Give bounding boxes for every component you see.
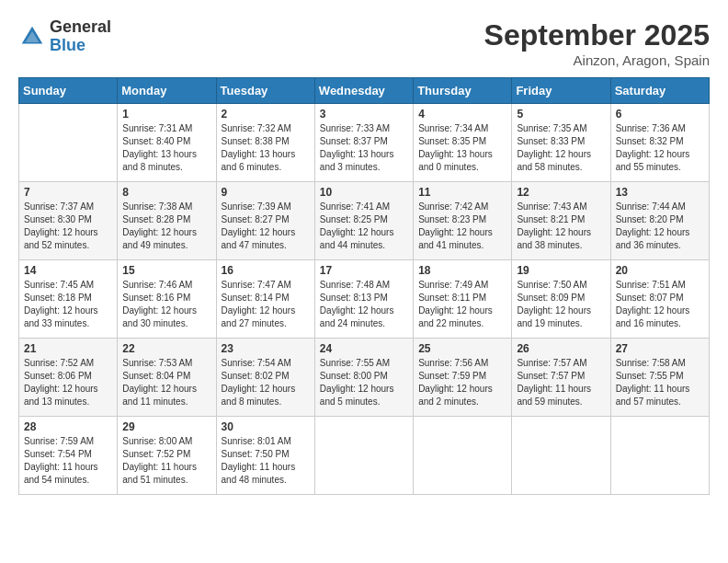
calendar-cell: 19Sunrise: 7:50 AM Sunset: 8:09 PM Dayli…: [512, 260, 610, 339]
day-number: 27: [616, 342, 704, 355]
calendar-cell: 2Sunrise: 7:32 AM Sunset: 8:38 PM Daylig…: [216, 104, 314, 182]
day-info: Sunrise: 7:38 AM Sunset: 8:28 PM Dayligh…: [122, 201, 210, 252]
day-number: 29: [122, 420, 210, 433]
day-info: Sunrise: 7:37 AM Sunset: 8:30 PM Dayligh…: [24, 201, 112, 252]
day-number: 6: [616, 108, 704, 121]
calendar-cell: 17Sunrise: 7:48 AM Sunset: 8:13 PM Dayli…: [314, 260, 413, 339]
day-info: Sunrise: 7:34 AM Sunset: 8:35 PM Dayligh…: [418, 122, 506, 174]
day-info: Sunrise: 7:44 AM Sunset: 8:20 PM Dayligh…: [616, 201, 704, 252]
calendar-header-monday: Monday: [118, 78, 216, 104]
calendar-header-saturday: Saturday: [610, 78, 709, 104]
page-header: General Blue September 2025 Ainzon, Arag…: [18, 18, 710, 68]
day-info: Sunrise: 7:32 AM Sunset: 8:38 PM Dayligh…: [222, 122, 310, 174]
logo-blue: Blue: [50, 37, 111, 55]
calendar-header-friday: Friday: [512, 78, 610, 104]
calendar-cell: 5Sunrise: 7:35 AM Sunset: 8:33 PM Daylig…: [512, 104, 610, 182]
calendar-cell: 29Sunrise: 8:00 AM Sunset: 7:52 PM Dayli…: [118, 417, 216, 495]
day-info: Sunrise: 7:53 AM Sunset: 8:04 PM Dayligh…: [122, 357, 210, 408]
day-number: 16: [222, 264, 310, 277]
calendar-cell: 7Sunrise: 7:37 AM Sunset: 8:30 PM Daylig…: [19, 182, 118, 260]
day-info: Sunrise: 7:58 AM Sunset: 7:55 PM Dayligh…: [616, 357, 704, 408]
day-number: 24: [320, 342, 408, 355]
day-info: Sunrise: 8:01 AM Sunset: 7:50 PM Dayligh…: [222, 435, 310, 487]
day-number: 15: [122, 264, 210, 277]
day-info: Sunrise: 7:47 AM Sunset: 8:14 PM Dayligh…: [222, 279, 310, 330]
day-number: 23: [222, 342, 310, 355]
day-number: 12: [517, 186, 605, 199]
day-number: 18: [418, 264, 506, 277]
calendar-cell: 4Sunrise: 7:34 AM Sunset: 8:35 PM Daylig…: [414, 104, 512, 182]
day-number: 22: [122, 342, 210, 355]
calendar-cell: 9Sunrise: 7:39 AM Sunset: 8:27 PM Daylig…: [216, 182, 314, 260]
logo-icon: [18, 23, 46, 51]
calendar-cell: [512, 417, 610, 495]
day-number: 2: [222, 108, 310, 121]
day-info: Sunrise: 7:36 AM Sunset: 8:32 PM Dayligh…: [616, 122, 704, 174]
calendar-header-row: SundayMondayTuesdayWednesdayThursdayFrid…: [19, 78, 710, 104]
day-number: 9: [222, 186, 310, 199]
calendar-cell: 13Sunrise: 7:44 AM Sunset: 8:20 PM Dayli…: [610, 182, 709, 260]
calendar-cell: 24Sunrise: 7:55 AM Sunset: 8:00 PM Dayli…: [314, 339, 413, 417]
day-number: 10: [320, 186, 408, 199]
calendar-week-row: 28Sunrise: 7:59 AM Sunset: 7:54 PM Dayli…: [19, 417, 710, 495]
calendar-cell: 10Sunrise: 7:41 AM Sunset: 8:25 PM Dayli…: [314, 182, 413, 260]
day-number: 3: [320, 108, 408, 121]
day-info: Sunrise: 7:35 AM Sunset: 8:33 PM Dayligh…: [517, 122, 605, 174]
day-number: 20: [616, 264, 704, 277]
day-info: Sunrise: 7:52 AM Sunset: 8:06 PM Dayligh…: [24, 357, 112, 408]
calendar-cell: 16Sunrise: 7:47 AM Sunset: 8:14 PM Dayli…: [216, 260, 314, 339]
day-info: Sunrise: 7:41 AM Sunset: 8:25 PM Dayligh…: [320, 201, 408, 252]
day-number: 30: [222, 420, 310, 433]
calendar-table: SundayMondayTuesdayWednesdayThursdayFrid…: [18, 77, 710, 495]
day-info: Sunrise: 7:51 AM Sunset: 8:07 PM Dayligh…: [616, 279, 704, 330]
calendar-cell: 28Sunrise: 7:59 AM Sunset: 7:54 PM Dayli…: [19, 417, 118, 495]
day-number: 28: [24, 420, 112, 433]
calendar-cell: 18Sunrise: 7:49 AM Sunset: 8:11 PM Dayli…: [414, 260, 512, 339]
day-info: Sunrise: 7:33 AM Sunset: 8:37 PM Dayligh…: [320, 122, 408, 174]
day-number: 21: [24, 342, 112, 355]
day-number: 5: [517, 108, 605, 121]
day-info: Sunrise: 7:48 AM Sunset: 8:13 PM Dayligh…: [320, 279, 408, 330]
logo-text: General Blue: [50, 18, 111, 55]
calendar-week-row: 21Sunrise: 7:52 AM Sunset: 8:06 PM Dayli…: [19, 339, 710, 417]
calendar-cell: 21Sunrise: 7:52 AM Sunset: 8:06 PM Dayli…: [19, 339, 118, 417]
day-number: 13: [616, 186, 704, 199]
day-info: Sunrise: 7:50 AM Sunset: 8:09 PM Dayligh…: [517, 279, 605, 330]
calendar-cell: [414, 417, 512, 495]
day-info: Sunrise: 7:49 AM Sunset: 8:11 PM Dayligh…: [418, 279, 506, 330]
day-info: Sunrise: 7:46 AM Sunset: 8:16 PM Dayligh…: [122, 279, 210, 330]
calendar-header-thursday: Thursday: [414, 78, 512, 104]
day-info: Sunrise: 7:43 AM Sunset: 8:21 PM Dayligh…: [517, 201, 605, 252]
calendar-cell: 11Sunrise: 7:42 AM Sunset: 8:23 PM Dayli…: [414, 182, 512, 260]
calendar-cell: 14Sunrise: 7:45 AM Sunset: 8:18 PM Dayli…: [19, 260, 118, 339]
calendar-header-sunday: Sunday: [19, 78, 118, 104]
logo-general: General: [50, 18, 111, 37]
calendar-week-row: 14Sunrise: 7:45 AM Sunset: 8:18 PM Dayli…: [19, 260, 710, 339]
day-info: Sunrise: 7:57 AM Sunset: 7:57 PM Dayligh…: [517, 357, 605, 408]
calendar-cell: 1Sunrise: 7:31 AM Sunset: 8:40 PM Daylig…: [118, 104, 216, 182]
day-info: Sunrise: 7:59 AM Sunset: 7:54 PM Dayligh…: [24, 435, 112, 487]
calendar-header-tuesday: Tuesday: [216, 78, 314, 104]
calendar-cell: 26Sunrise: 7:57 AM Sunset: 7:57 PM Dayli…: [512, 339, 610, 417]
day-number: 11: [418, 186, 506, 199]
title-block: September 2025 Ainzon, Aragon, Spain: [484, 18, 710, 68]
day-info: Sunrise: 7:45 AM Sunset: 8:18 PM Dayligh…: [24, 279, 112, 330]
day-number: 26: [517, 342, 605, 355]
calendar-cell: 23Sunrise: 7:54 AM Sunset: 8:02 PM Dayli…: [216, 339, 314, 417]
calendar-cell: 22Sunrise: 7:53 AM Sunset: 8:04 PM Dayli…: [118, 339, 216, 417]
day-info: Sunrise: 7:55 AM Sunset: 8:00 PM Dayligh…: [320, 357, 408, 408]
calendar-cell: 25Sunrise: 7:56 AM Sunset: 7:59 PM Dayli…: [414, 339, 512, 417]
calendar-cell: [610, 417, 709, 495]
day-info: Sunrise: 7:56 AM Sunset: 7:59 PM Dayligh…: [418, 357, 506, 408]
calendar-cell: 27Sunrise: 7:58 AM Sunset: 7:55 PM Dayli…: [610, 339, 709, 417]
day-info: Sunrise: 7:31 AM Sunset: 8:40 PM Dayligh…: [122, 122, 210, 174]
calendar-week-row: 1Sunrise: 7:31 AM Sunset: 8:40 PM Daylig…: [19, 104, 710, 182]
location: Ainzon, Aragon, Spain: [484, 52, 710, 68]
calendar-header-wednesday: Wednesday: [314, 78, 413, 104]
calendar-cell: 30Sunrise: 8:01 AM Sunset: 7:50 PM Dayli…: [216, 417, 314, 495]
calendar-cell: 12Sunrise: 7:43 AM Sunset: 8:21 PM Dayli…: [512, 182, 610, 260]
calendar-cell: [19, 104, 118, 182]
calendar-cell: [314, 417, 413, 495]
calendar-week-row: 7Sunrise: 7:37 AM Sunset: 8:30 PM Daylig…: [19, 182, 710, 260]
day-number: 17: [320, 264, 408, 277]
